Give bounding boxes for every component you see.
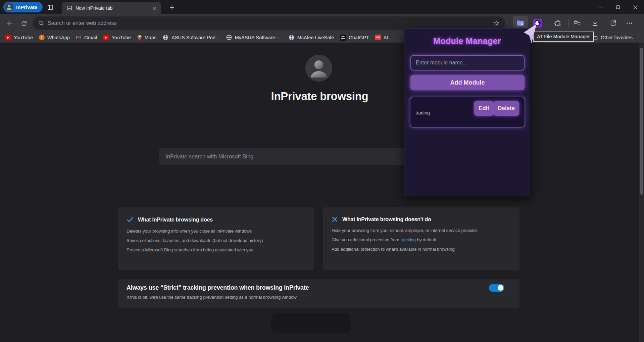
alert-icon: ! bbox=[39, 35, 45, 40]
setting-subtitle: If this is off, we'll use the same track… bbox=[127, 295, 511, 300]
toggle-knob bbox=[498, 285, 503, 291]
share-icon[interactable] bbox=[609, 19, 617, 28]
tab-close-icon[interactable] bbox=[151, 5, 158, 11]
gmail-icon bbox=[76, 35, 82, 40]
strict-tracking-setting: Always use “Strict” tracking prevention … bbox=[118, 279, 519, 308]
favorite-star-icon[interactable] bbox=[493, 20, 500, 27]
settings-menu-icon[interactable] bbox=[625, 19, 634, 28]
inprivate-page: InPrivate browsing What InPrivate browsi… bbox=[0, 43, 639, 342]
youtube-icon bbox=[103, 35, 109, 40]
check-icon bbox=[127, 216, 134, 223]
globe-icon bbox=[288, 34, 295, 41]
strict-tracking-toggle[interactable] bbox=[489, 284, 504, 292]
favorites-hub-icon[interactable] bbox=[573, 19, 581, 28]
shadow-blob bbox=[271, 313, 351, 333]
bookmark-pdf[interactable]: PDF Al bbox=[375, 35, 388, 40]
card-line: Saves collections, favorites, and downlo… bbox=[127, 238, 306, 243]
maximize-button[interactable] bbox=[609, 0, 627, 14]
add-module-button[interactable]: Add Module bbox=[410, 75, 525, 90]
extension-tooltip: AT File Module Manager bbox=[533, 32, 594, 42]
module-list-item: trading Edit Delete bbox=[410, 97, 525, 128]
window-controls bbox=[592, 0, 644, 14]
bookmark-youtube[interactable]: YouTube bbox=[5, 35, 33, 40]
card-line: Deletes your browsing info when you clos… bbox=[127, 229, 306, 234]
close-window-button[interactable] bbox=[627, 0, 644, 14]
card-line: Add additional protection to what's avai… bbox=[332, 247, 511, 252]
minimize-button[interactable] bbox=[592, 0, 609, 14]
module-name-input[interactable] bbox=[410, 55, 525, 70]
toolbar-divider bbox=[568, 19, 569, 28]
address-bar[interactable] bbox=[33, 16, 505, 30]
bookmark-asus-portal[interactable]: ASUS Software Port... bbox=[162, 34, 219, 41]
bookmark-myasus[interactable]: MyASUS Software -... bbox=[226, 34, 282, 41]
browser-window: InPrivate New InPrivate tab bbox=[0, 0, 644, 342]
scrollbar-thumb[interactable] bbox=[640, 48, 643, 195]
card-what-inprivate-does: What InPrivate browsing does Deletes you… bbox=[118, 207, 314, 270]
tab-title: New InPrivate tab bbox=[76, 5, 148, 11]
bookmark-chatgpt[interactable]: ChatGPT bbox=[340, 35, 369, 41]
tab-actions-menu-icon[interactable] bbox=[46, 3, 54, 11]
refresh-icon[interactable] bbox=[19, 19, 28, 28]
inprivate-profile-badge[interactable]: InPrivate bbox=[3, 2, 43, 12]
x-icon bbox=[332, 216, 338, 223]
setting-title: Always use “Strict” tracking prevention … bbox=[127, 284, 511, 291]
module-name: trading bbox=[415, 110, 430, 115]
chatgpt-icon bbox=[340, 35, 346, 41]
card-line: Hide your browsing from your school, emp… bbox=[332, 228, 511, 233]
downloads-icon[interactable] bbox=[591, 19, 599, 28]
bookmark-mcafee[interactable]: McAfee LiveSafe bbox=[288, 34, 334, 41]
navigation-toolbar bbox=[0, 14, 644, 32]
bookmark-gmail[interactable]: Gmail bbox=[76, 35, 97, 40]
folder-extension-icon bbox=[516, 19, 525, 28]
tracking-link[interactable]: tracking bbox=[400, 237, 416, 242]
other-favorites-button[interactable]: Other favorites bbox=[592, 32, 633, 43]
extensions-puzzle-icon[interactable] bbox=[553, 19, 562, 28]
title-bar: InPrivate New InPrivate tab bbox=[0, 0, 644, 14]
page-scrollbar[interactable] bbox=[639, 43, 644, 342]
search-icon bbox=[38, 20, 44, 26]
edit-module-button[interactable]: Edit bbox=[474, 101, 494, 116]
globe-icon bbox=[162, 34, 169, 41]
new-tab-button[interactable] bbox=[168, 3, 176, 11]
back-icon[interactable] bbox=[5, 19, 13, 28]
profile-avatar-icon bbox=[5, 3, 13, 11]
profile-avatar bbox=[305, 55, 332, 82]
active-tab[interactable]: New InPrivate tab bbox=[62, 2, 161, 14]
module-manager-popup: Module Manager Add Module trading Edit D… bbox=[404, 28, 530, 196]
card-what-inprivate-doesnt-do: What InPrivate browsing doesn't do Hide … bbox=[323, 207, 519, 270]
bookmark-whatsapp[interactable]: ! WhatsApp bbox=[39, 35, 70, 40]
maps-pin-icon bbox=[137, 35, 142, 41]
youtube-icon bbox=[5, 35, 11, 40]
address-input[interactable] bbox=[48, 20, 489, 26]
card-line: Give you additional protection from trac… bbox=[332, 237, 511, 242]
bookmark-maps[interactable]: Maps bbox=[137, 35, 156, 41]
inprivate-badge-label: InPrivate bbox=[16, 4, 37, 10]
tab-favicon-icon bbox=[66, 5, 72, 11]
popup-title: Module Manager bbox=[404, 36, 530, 46]
bookmark-youtube-2[interactable]: YouTube bbox=[103, 35, 131, 40]
page-title: InPrivate browsing bbox=[0, 90, 639, 103]
delete-module-button[interactable]: Delete bbox=[493, 101, 519, 116]
globe-icon bbox=[226, 34, 232, 41]
card-title: What InPrivate browsing does bbox=[138, 217, 213, 223]
pdf-icon: PDF bbox=[375, 35, 381, 40]
card-line: Prevents Microsoft Bing searches from be… bbox=[127, 247, 306, 252]
card-title: What InPrivate browsing doesn't do bbox=[342, 216, 431, 223]
